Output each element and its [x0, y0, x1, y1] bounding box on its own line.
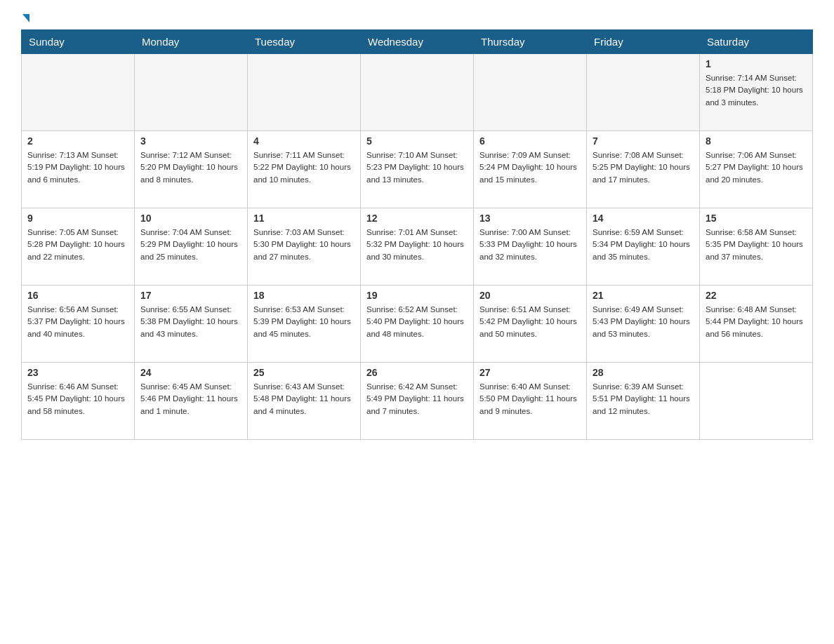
- day-info: Sunrise: 6:45 AM Sunset: 5:46 PM Dayligh…: [140, 381, 241, 417]
- weekday-header-row: SundayMondayTuesdayWednesdayThursdayFrid…: [22, 30, 813, 54]
- day-info: Sunrise: 6:43 AM Sunset: 5:48 PM Dayligh…: [253, 381, 355, 417]
- day-number: 14: [593, 213, 694, 224]
- day-number: 15: [706, 213, 807, 224]
- calendar-week-row: 2Sunrise: 7:13 AM Sunset: 5:19 PM Daylig…: [22, 131, 813, 208]
- calendar-cell: 11Sunrise: 7:03 AM Sunset: 5:30 PM Dayli…: [248, 208, 361, 286]
- day-info: Sunrise: 6:59 AM Sunset: 5:34 PM Dayligh…: [593, 227, 694, 263]
- day-info: Sunrise: 7:14 AM Sunset: 5:18 PM Dayligh…: [706, 72, 807, 109]
- day-number: 6: [479, 135, 581, 147]
- day-info: Sunrise: 6:56 AM Sunset: 5:37 PM Dayligh…: [27, 304, 128, 340]
- day-info: Sunrise: 6:58 AM Sunset: 5:35 PM Dayligh…: [706, 227, 807, 263]
- calendar-cell: [248, 54, 361, 131]
- day-info: Sunrise: 7:03 AM Sunset: 5:30 PM Dayligh…: [253, 227, 355, 263]
- calendar-week-row: 16Sunrise: 6:56 AM Sunset: 5:37 PM Dayli…: [22, 286, 813, 363]
- calendar-cell: 15Sunrise: 6:58 AM Sunset: 5:35 PM Dayli…: [700, 208, 813, 286]
- day-info: Sunrise: 7:00 AM Sunset: 5:33 PM Dayligh…: [479, 227, 581, 263]
- calendar-cell: 23Sunrise: 6:46 AM Sunset: 5:45 PM Dayli…: [22, 363, 135, 440]
- day-number: 9: [27, 213, 128, 224]
- day-number: 24: [140, 367, 241, 378]
- day-info: Sunrise: 7:10 AM Sunset: 5:23 PM Dayligh…: [366, 149, 468, 186]
- day-info: Sunrise: 7:08 AM Sunset: 5:25 PM Dayligh…: [593, 149, 694, 186]
- calendar-cell: 9Sunrise: 7:05 AM Sunset: 5:28 PM Daylig…: [22, 208, 135, 286]
- day-number: 11: [253, 213, 355, 224]
- day-info: Sunrise: 7:11 AM Sunset: 5:22 PM Dayligh…: [253, 149, 355, 186]
- calendar-week-row: 9Sunrise: 7:05 AM Sunset: 5:28 PM Daylig…: [22, 208, 813, 286]
- day-number: 2: [27, 135, 128, 147]
- day-info: Sunrise: 6:52 AM Sunset: 5:40 PM Dayligh…: [366, 304, 468, 340]
- calendar-week-row: 1Sunrise: 7:14 AM Sunset: 5:18 PM Daylig…: [22, 54, 813, 131]
- day-info: Sunrise: 6:39 AM Sunset: 5:51 PM Dayligh…: [593, 381, 694, 417]
- day-number: 23: [27, 367, 128, 378]
- day-info: Sunrise: 7:04 AM Sunset: 5:29 PM Dayligh…: [140, 227, 241, 263]
- calendar-cell: 4Sunrise: 7:11 AM Sunset: 5:22 PM Daylig…: [248, 131, 361, 208]
- day-number: 3: [140, 135, 241, 147]
- calendar-cell: 24Sunrise: 6:45 AM Sunset: 5:46 PM Dayli…: [135, 363, 248, 440]
- calendar-cell: [587, 54, 700, 131]
- calendar-cell: [474, 54, 587, 131]
- calendar-cell: 8Sunrise: 7:06 AM Sunset: 5:27 PM Daylig…: [700, 131, 813, 208]
- day-info: Sunrise: 6:55 AM Sunset: 5:38 PM Dayligh…: [140, 304, 241, 340]
- day-info: Sunrise: 6:40 AM Sunset: 5:50 PM Dayligh…: [479, 381, 581, 417]
- logo-arrow-icon: [22, 14, 29, 22]
- day-number: 8: [706, 135, 807, 147]
- day-number: 22: [706, 290, 807, 301]
- day-info: Sunrise: 6:51 AM Sunset: 5:42 PM Dayligh…: [479, 304, 581, 340]
- calendar-cell: 25Sunrise: 6:43 AM Sunset: 5:48 PM Dayli…: [248, 363, 361, 440]
- calendar-cell: 26Sunrise: 6:42 AM Sunset: 5:49 PM Dayli…: [361, 363, 474, 440]
- calendar-cell: 12Sunrise: 7:01 AM Sunset: 5:32 PM Dayli…: [361, 208, 474, 286]
- calendar-cell: [700, 363, 813, 440]
- day-number: 21: [593, 290, 694, 301]
- weekday-header-wednesday: Wednesday: [361, 30, 474, 54]
- calendar-cell: 18Sunrise: 6:53 AM Sunset: 5:39 PM Dayli…: [248, 286, 361, 363]
- day-number: 16: [27, 290, 128, 301]
- calendar-cell: 5Sunrise: 7:10 AM Sunset: 5:23 PM Daylig…: [361, 131, 474, 208]
- calendar-cell: 28Sunrise: 6:39 AM Sunset: 5:51 PM Dayli…: [587, 363, 700, 440]
- weekday-header-tuesday: Tuesday: [248, 30, 361, 54]
- calendar-week-row: 23Sunrise: 6:46 AM Sunset: 5:45 PM Dayli…: [22, 363, 813, 440]
- day-number: 19: [366, 290, 468, 301]
- calendar-cell: 3Sunrise: 7:12 AM Sunset: 5:20 PM Daylig…: [135, 131, 248, 208]
- day-info: Sunrise: 6:48 AM Sunset: 5:44 PM Dayligh…: [706, 304, 807, 340]
- calendar-cell: [135, 54, 248, 131]
- weekday-header-thursday: Thursday: [474, 30, 587, 54]
- day-number: 5: [366, 135, 468, 147]
- weekday-header-saturday: Saturday: [700, 30, 813, 54]
- day-number: 27: [479, 367, 581, 378]
- day-info: Sunrise: 7:09 AM Sunset: 5:24 PM Dayligh…: [479, 149, 581, 186]
- calendar-cell: [22, 54, 135, 131]
- day-number: 20: [479, 290, 581, 301]
- day-number: 1: [706, 58, 807, 69]
- day-number: 12: [366, 213, 468, 224]
- calendar-cell: 13Sunrise: 7:00 AM Sunset: 5:33 PM Dayli…: [474, 208, 587, 286]
- day-info: Sunrise: 6:42 AM Sunset: 5:49 PM Dayligh…: [366, 381, 468, 417]
- day-info: Sunrise: 7:06 AM Sunset: 5:27 PM Dayligh…: [706, 149, 807, 186]
- day-number: 4: [253, 135, 355, 147]
- day-info: Sunrise: 6:49 AM Sunset: 5:43 PM Dayligh…: [593, 304, 694, 340]
- day-number: 17: [140, 290, 241, 301]
- day-info: Sunrise: 7:05 AM Sunset: 5:28 PM Dayligh…: [27, 227, 128, 263]
- logo: [21, 14, 29, 22]
- day-number: 7: [593, 135, 694, 147]
- day-number: 26: [366, 367, 468, 378]
- calendar-cell: 1Sunrise: 7:14 AM Sunset: 5:18 PM Daylig…: [700, 54, 813, 131]
- day-number: 25: [253, 367, 355, 378]
- calendar-cell: 22Sunrise: 6:48 AM Sunset: 5:44 PM Dayli…: [700, 286, 813, 363]
- calendar-cell: 6Sunrise: 7:09 AM Sunset: 5:24 PM Daylig…: [474, 131, 587, 208]
- calendar-table: SundayMondayTuesdayWednesdayThursdayFrid…: [21, 29, 813, 440]
- calendar-cell: [361, 54, 474, 131]
- calendar-cell: 19Sunrise: 6:52 AM Sunset: 5:40 PM Dayli…: [361, 286, 474, 363]
- calendar-cell: 2Sunrise: 7:13 AM Sunset: 5:19 PM Daylig…: [22, 131, 135, 208]
- day-info: Sunrise: 7:01 AM Sunset: 5:32 PM Dayligh…: [366, 227, 468, 263]
- weekday-header-monday: Monday: [135, 30, 248, 54]
- day-number: 18: [253, 290, 355, 301]
- calendar-cell: 21Sunrise: 6:49 AM Sunset: 5:43 PM Dayli…: [587, 286, 700, 363]
- calendar-cell: 14Sunrise: 6:59 AM Sunset: 5:34 PM Dayli…: [587, 208, 700, 286]
- day-info: Sunrise: 6:46 AM Sunset: 5:45 PM Dayligh…: [27, 381, 128, 417]
- calendar-cell: 10Sunrise: 7:04 AM Sunset: 5:29 PM Dayli…: [135, 208, 248, 286]
- day-info: Sunrise: 6:53 AM Sunset: 5:39 PM Dayligh…: [253, 304, 355, 340]
- day-number: 13: [479, 213, 581, 224]
- day-info: Sunrise: 7:12 AM Sunset: 5:20 PM Dayligh…: [140, 149, 241, 186]
- weekday-header-sunday: Sunday: [22, 30, 135, 54]
- calendar-cell: 27Sunrise: 6:40 AM Sunset: 5:50 PM Dayli…: [474, 363, 587, 440]
- calendar-cell: 16Sunrise: 6:56 AM Sunset: 5:37 PM Dayli…: [22, 286, 135, 363]
